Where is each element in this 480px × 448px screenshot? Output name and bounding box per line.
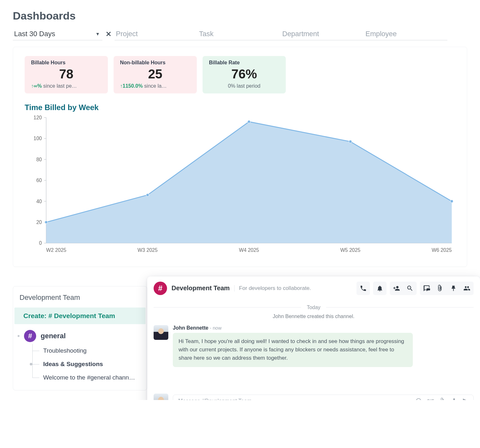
message-author[interactable]: John Bennette xyxy=(173,325,208,331)
svg-text:W6 2025: W6 2025 xyxy=(432,247,452,253)
filter-department[interactable]: Department xyxy=(281,28,364,40)
hash-icon: # xyxy=(24,330,36,342)
filter-task-label: Task xyxy=(199,30,213,38)
arrow-up-icon: ↑1150.0% xyxy=(120,83,143,89)
stat-label: Non-billable Hours xyxy=(120,60,190,66)
add-member-button[interactable] xyxy=(390,282,403,295)
avatar[interactable] xyxy=(154,325,168,340)
stat-since: since la… xyxy=(143,83,167,89)
send-button[interactable] xyxy=(462,398,469,400)
message-header: John Bennette - now xyxy=(173,325,474,331)
svg-text:120: 120 xyxy=(34,115,42,120)
filter-timerange-value: Last 30 Days xyxy=(14,30,55,38)
call-button[interactable] xyxy=(356,282,370,295)
sidebar-tree-item[interactable]: Ideas & Suggestions xyxy=(32,357,147,371)
filter-timerange[interactable]: Last 30 Days ▼ xyxy=(13,28,102,40)
chart-area: 020406080100120W2 2025W3 2025W4 2025W5 2… xyxy=(25,114,455,258)
svg-point-18 xyxy=(248,120,251,123)
pin-button[interactable] xyxy=(447,282,460,295)
stats-row: Billable Hours 78 ↑∞% since last pe… Non… xyxy=(25,56,455,93)
page-title: Dashboards xyxy=(13,10,467,22)
filter-employee[interactable]: Employee xyxy=(364,28,447,40)
chat-header: # Development Team For developers to col… xyxy=(154,282,474,295)
create-channel-row[interactable]: Create: # Development Team xyxy=(14,308,146,324)
sidebar-channel-general[interactable]: # general xyxy=(13,328,147,344)
search-button[interactable] xyxy=(403,282,417,295)
chat-channel-title: Development Team xyxy=(172,284,230,292)
attachments-button[interactable] xyxy=(433,282,447,295)
sidebar-item-label: Welcome to the #general chann… xyxy=(43,374,135,381)
svg-text:W3 2025: W3 2025 xyxy=(138,247,158,253)
sidebar-panel: Development Team Create: # Development T… xyxy=(13,286,147,390)
chat-channel-desc: For developers to collaborate. xyxy=(234,285,311,292)
svg-point-17 xyxy=(146,194,149,196)
compose-box[interactable]: GIF xyxy=(173,395,474,400)
svg-text:W4 2025: W4 2025 xyxy=(239,247,259,253)
stat-since: since last pe… xyxy=(42,83,77,89)
stat-footer: ↑1150.0% since la… xyxy=(120,83,190,89)
sidebar-tree-item[interactable]: Welcome to the #general chann… xyxy=(32,371,147,384)
svg-point-20 xyxy=(450,200,453,203)
filter-project[interactable]: Project xyxy=(115,28,198,40)
chat-panel: # Development Team For developers to col… xyxy=(147,276,480,400)
composer: GIF xyxy=(154,394,474,400)
arrow-up-icon: ↑∞% xyxy=(31,83,42,89)
svg-text:W2 2025: W2 2025 xyxy=(46,247,66,253)
filter-project-label: Project xyxy=(116,30,138,38)
chat-message: John Bennette - now Hi Team, I hope you'… xyxy=(154,325,474,367)
compose-input[interactable] xyxy=(178,397,415,400)
voice-button[interactable] xyxy=(451,398,457,400)
stat-nonbillable-hours: Non-billable Hours 25 ↑1150.0% since la… xyxy=(114,56,197,93)
stat-value: 78 xyxy=(31,67,101,81)
svg-text:40: 40 xyxy=(36,199,42,204)
sidebar-item-label: Troubleshooting xyxy=(43,347,87,354)
svg-text:0: 0 xyxy=(39,240,42,246)
filters-row: Last 30 Days ▼ ✕ Project Task Department… xyxy=(13,28,467,40)
svg-point-16 xyxy=(45,221,48,224)
filter-employee-label: Employee xyxy=(365,30,397,38)
hash-icon: # xyxy=(154,282,167,295)
stat-value: 25 xyxy=(120,67,190,81)
stat-footer: ↑∞% since last pe… xyxy=(31,83,101,89)
notifications-button[interactable] xyxy=(373,282,387,295)
stat-billable-hours: Billable Hours 78 ↑∞% since last pe… xyxy=(25,56,108,93)
svg-text:100: 100 xyxy=(34,136,42,141)
clear-timerange-icon[interactable]: ✕ xyxy=(102,30,115,38)
stat-label: Billable Rate xyxy=(209,60,279,66)
sidebar-heading[interactable]: Development Team xyxy=(13,292,147,306)
filter-group: Project Task Department Employee xyxy=(115,28,447,40)
status-dot-icon xyxy=(30,363,32,365)
message-text: Hi Team, I hope you're all doing well! I… xyxy=(173,333,413,367)
svg-text:60: 60 xyxy=(36,178,42,183)
svg-point-19 xyxy=(349,140,352,143)
system-message: John Bennette created this channel. xyxy=(154,314,474,319)
svg-text:80: 80 xyxy=(36,157,42,162)
dashboard-card: Billable Hours 78 ↑∞% since last pe… Non… xyxy=(13,47,467,267)
date-divider: Today xyxy=(154,305,474,310)
chat-actions xyxy=(356,282,474,295)
sidebar-item-label: Ideas & Suggestions xyxy=(43,361,103,367)
time-billed-chart: 020406080100120W2 2025W3 2025W4 2025W5 2… xyxy=(25,114,455,258)
stat-value: 76% xyxy=(209,67,279,81)
emoji-button[interactable] xyxy=(415,398,422,400)
chart-title: Time Billed by Week xyxy=(25,103,455,112)
compose-icons: GIF xyxy=(415,398,469,400)
sidebar-tree-item[interactable]: Troubleshooting xyxy=(32,344,147,357)
stat-label: Billable Hours xyxy=(31,60,101,66)
members-button[interactable] xyxy=(460,282,474,295)
filter-task[interactable]: Task xyxy=(198,28,281,40)
sidebar-channel-label: general xyxy=(41,332,66,340)
svg-text:W5 2025: W5 2025 xyxy=(340,247,361,253)
avatar[interactable] xyxy=(154,394,168,400)
sidebar-tree: TroubleshootingIdeas & SuggestionsWelcom… xyxy=(13,344,147,384)
divider-label: Today xyxy=(301,305,326,310)
gif-button[interactable]: GIF xyxy=(427,398,434,400)
threads-button[interactable] xyxy=(420,282,433,295)
filter-department-label: Department xyxy=(282,30,319,38)
attach-file-button[interactable] xyxy=(439,398,446,400)
caret-down-icon: ▼ xyxy=(95,31,100,36)
stat-billable-rate: Billable Rate 76% 0% last period xyxy=(203,56,286,93)
stat-footer: 0% last period xyxy=(209,83,279,89)
svg-text:20: 20 xyxy=(36,220,42,225)
message-time: - now xyxy=(210,325,222,331)
